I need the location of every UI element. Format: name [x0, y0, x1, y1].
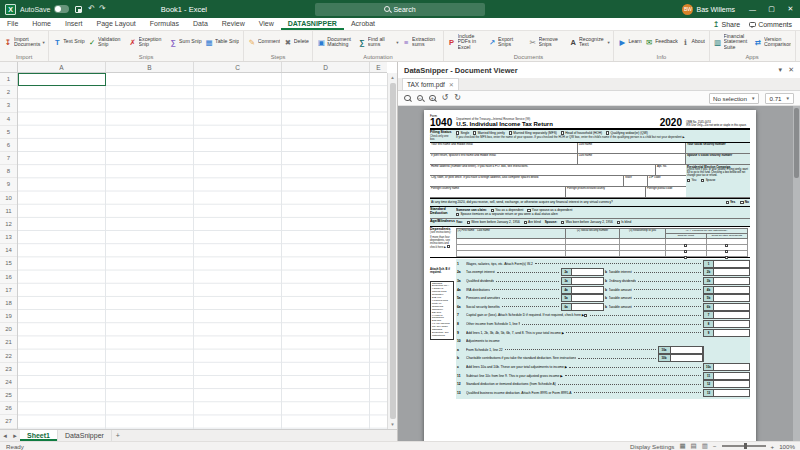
row-header-1[interactable]: 1 — [0, 73, 17, 86]
more-dependents-checkbox[interactable] — [447, 245, 450, 248]
exception-snip-button[interactable]: ✗Exception Snip — [127, 32, 168, 52]
foreign-postal-field[interactable]: Foreign postal code — [646, 187, 686, 198]
panel-options-icon[interactable]: ▾ — [779, 66, 783, 74]
foreign-country-field[interactable]: Foreign country name — [430, 187, 566, 198]
column-header-b[interactable]: B — [106, 62, 194, 72]
include-pdfs-in-excel-button[interactable]: PInclude PDFs in Excel — [446, 32, 487, 52]
row-header-19[interactable]: 19 — [0, 310, 17, 323]
document-viewport[interactable]: Form 1040 Department of the Treasury—Int… — [398, 106, 800, 441]
delete-button[interactable]: ✖Delete — [282, 32, 311, 52]
apt-field[interactable]: Apt. no. — [656, 165, 686, 176]
search-document-icon[interactable] — [404, 95, 411, 102]
feedback-button[interactable]: ✉Feedback — [643, 32, 679, 52]
selection-dropdown[interactable]: No selection ▼ — [709, 93, 760, 104]
row-header-2[interactable]: 2 — [0, 86, 17, 99]
column-header-c[interactable]: C — [194, 62, 282, 72]
state-field[interactable]: State — [624, 176, 648, 187]
spouse-itemizes-checkbox[interactable]: Spouse itemizes on a separate return or … — [456, 212, 558, 217]
spouse-born-checkbox[interactable]: Was born before January 2, 1956 — [561, 220, 613, 225]
row-header-27[interactable]: 27 — [0, 415, 17, 428]
share-button[interactable]: ↥ Share — [713, 20, 740, 29]
tab-page-layout[interactable]: Page Layout — [89, 18, 142, 30]
sheet-tab-sheet1[interactable]: Sheet1 — [20, 430, 58, 441]
find-all-sums-button[interactable]: ∑Find all sums▾ — [356, 32, 400, 52]
you-born-checkbox[interactable]: Were born before January 2, 1956 — [467, 220, 520, 225]
you-blind-checkbox[interactable]: Are blind — [524, 220, 541, 225]
row-header-7[interactable]: 7 — [0, 152, 17, 165]
dependent-row[interactable] — [456, 251, 750, 257]
row-header-24[interactable]: 24 — [0, 376, 17, 389]
tab-data[interactable]: Data — [186, 18, 215, 30]
selected-cell-a1[interactable] — [18, 73, 106, 86]
comment-button[interactable]: ✎Comment — [246, 32, 282, 52]
zoom-in-icon[interactable]: + — [429, 95, 436, 102]
spouse-first-name-field[interactable]: If joint return, spouse's first name and… — [430, 154, 578, 165]
minimize-button[interactable]: — — [743, 0, 762, 18]
sheet-nav-right-icon[interactable]: ▸ — [10, 430, 20, 441]
row-header-11[interactable]: 11 — [0, 205, 17, 218]
zoom-out-button[interactable]: − — [713, 443, 717, 450]
sum-snip-button[interactable]: ∑Sum Snip — [167, 32, 203, 52]
zoom-slider[interactable] — [722, 445, 766, 447]
ssn-field[interactable]: Your social security number — [686, 143, 750, 154]
validation-snip-button[interactable]: ✓Validation Snip — [86, 32, 127, 52]
zoom-in-button[interactable]: + — [771, 443, 775, 450]
last-name-field[interactable]: Last name — [578, 143, 686, 154]
row-header-25[interactable]: 25 — [0, 389, 17, 402]
first-name-field[interactable]: Your first name and middle initial — [430, 143, 578, 154]
remove-snips-button[interactable]: ✂Remove Snips — [527, 32, 568, 52]
about-button[interactable]: ℹAbout — [679, 32, 706, 52]
search-box[interactable]: Search — [315, 3, 485, 16]
row-header-8[interactable]: 8 — [0, 165, 17, 178]
learn-button[interactable]: ▶Learn — [616, 32, 643, 52]
redo-icon[interactable]: ↷ — [99, 0, 106, 18]
display-settings-button[interactable]: Display Settings — [630, 443, 674, 450]
row-header-9[interactable]: 9 — [0, 178, 17, 191]
autosave-toggle[interactable] — [54, 5, 69, 13]
row-header-17[interactable]: 17 — [0, 284, 17, 297]
tab-formulas[interactable]: Formulas — [143, 18, 186, 30]
row-header-3[interactable]: 3 — [0, 99, 17, 112]
row-header-15[interactable]: 15 — [0, 257, 17, 270]
document-scrollbar-thumb[interactable] — [794, 108, 799, 178]
row-header-10[interactable]: 10 — [0, 192, 17, 205]
scrollbar-thumb[interactable] — [390, 83, 396, 419]
close-button[interactable]: ✕ — [781, 0, 800, 18]
zoom-factor-dropdown[interactable]: 0.71 ▼ — [765, 93, 794, 104]
spouse-blind-checkbox[interactable]: Is blind — [617, 220, 631, 225]
tab-home[interactable]: Home — [25, 18, 58, 30]
virtual-currency-no[interactable]: No — [740, 200, 749, 204]
tab-review[interactable]: Review — [215, 18, 252, 30]
row-header-4[interactable]: 4 — [0, 113, 17, 126]
rotate-left-icon[interactable]: ↺ — [442, 93, 449, 103]
row-header-16[interactable]: 16 — [0, 271, 17, 284]
tab-file[interactable]: File — [0, 18, 25, 30]
virtual-currency-yes[interactable]: Yes — [726, 200, 736, 204]
panel-close-icon[interactable]: ✕ — [788, 66, 794, 74]
rotate-right-icon[interactable]: ↻ — [454, 93, 461, 103]
financial-statement-suite-button[interactable]: ▥Financial Statement Suite — [712, 32, 753, 52]
export-snips-button[interactable]: ↗Export Snips — [486, 32, 527, 52]
row-header-22[interactable]: 22 — [0, 350, 17, 363]
row-header-12[interactable]: 12 — [0, 218, 17, 231]
document-scrollbar[interactable] — [793, 106, 800, 441]
page-break-view-icon[interactable]: ▥ — [702, 442, 708, 450]
version-comparison-button[interactable]: ⇄Version Comparison — [752, 32, 793, 52]
document-matching-button[interactable]: ▣Document Matching — [315, 32, 356, 52]
row-header-5[interactable]: 5 — [0, 126, 17, 139]
table-snip-button[interactable]: ▦Table Snip — [203, 32, 241, 52]
spouse-last-name-field[interactable]: Last name — [578, 154, 686, 165]
campaign-spouse-checkbox[interactable]: Spouse — [701, 179, 715, 182]
foreign-province-field[interactable]: Foreign province/state/county — [566, 187, 646, 198]
extraction-sums-button[interactable]: ≡Extraction sums — [400, 32, 441, 52]
column-header-a[interactable]: A — [18, 62, 106, 72]
spouse-ssn-field[interactable]: Spouse's social security number — [686, 154, 750, 165]
tab-acrobat[interactable]: Acrobat — [344, 18, 382, 30]
zip-field[interactable]: ZIP code — [648, 176, 686, 187]
zoom-out-icon[interactable]: − — [417, 95, 424, 102]
document-tab[interactable]: TAX form.pdf ✕ — [402, 78, 459, 90]
restore-button[interactable]: ▢ — [762, 0, 781, 18]
import-documents-button[interactable]: ↧Import Documents▾ — [2, 32, 46, 52]
row-header-23[interactable]: 23 — [0, 363, 17, 376]
avatar[interactable]: BW — [682, 4, 693, 15]
